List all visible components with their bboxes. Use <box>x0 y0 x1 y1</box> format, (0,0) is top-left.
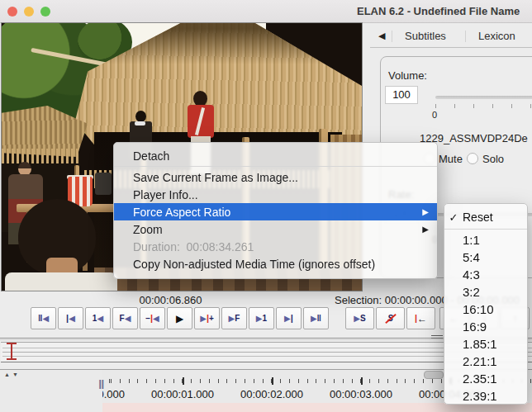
tab-scroll-left-icon[interactable]: ◀ <box>378 31 385 41</box>
second-left-button[interactable]: 1◀ <box>85 307 111 329</box>
menu-separator <box>444 229 527 230</box>
selection-controls: ▶S S |← <box>345 307 435 329</box>
volume-slider[interactable] <box>435 96 532 99</box>
transport-controls: ‖◀ |◀ 1◀ F◀ −|◀ ▶ ▶|+ ▶F ▶1 ▶| ▶‖ <box>31 307 329 329</box>
next-scroll-icon: ▶ <box>284 315 291 323</box>
frame-forward-icon: F <box>235 315 240 323</box>
previous-frame-button[interactable]: F◀ <box>112 307 138 329</box>
volume-value-field[interactable]: 100 <box>385 86 418 104</box>
end-icon: ▶ <box>311 315 317 323</box>
tab-divider <box>392 31 392 42</box>
next-frame-button[interactable]: ▶F <box>221 307 247 329</box>
video-person-dark-head <box>135 111 146 122</box>
pixel-left-button[interactable]: −|◀ <box>140 307 165 329</box>
volume-label: Volume: <box>388 69 427 82</box>
media-time-display: 00:00:06.860 <box>31 294 311 306</box>
volume-slider-ticks <box>435 104 532 108</box>
crosshair-to-selection-button[interactable]: |← <box>406 307 435 329</box>
video-kettle <box>95 173 112 195</box>
maximize-window-button[interactable] <box>40 7 50 17</box>
scrollbar-thumb[interactable] <box>424 371 444 379</box>
play-selection-icon: S <box>360 315 366 323</box>
submenu-item-ratio[interactable]: 1.85:1 <box>444 335 527 353</box>
play-selection-button[interactable]: ▶S <box>345 307 374 329</box>
menu-item-player-info[interactable]: Player Info... <box>114 186 437 203</box>
begin-icon: ◀ <box>42 315 49 323</box>
ruler-major-tick <box>361 377 363 385</box>
solo-radio[interactable] <box>467 153 478 164</box>
submenu-item-ratio[interactable]: 1:1 <box>444 231 527 249</box>
crosshair-begin-icon: ← <box>417 314 427 324</box>
ruler-major-tick <box>183 377 184 385</box>
ruler-major-tick <box>272 377 273 385</box>
tier-sort-arrows-icon[interactable]: ▲▼ <box>4 372 21 377</box>
frame-back-icon: ◀ <box>125 315 131 323</box>
tab-bar-rule <box>370 47 532 48</box>
volume-min-label: 0 <box>432 110 437 120</box>
video-context-menu: Detach Save Current Frame as Image... Pl… <box>113 142 438 279</box>
second-right-icon: ▶ <box>256 315 263 323</box>
ruler-drag-handle[interactable]: ‖ <box>98 377 104 391</box>
aspect-ratio-submenu: ✓Reset 1:1 5:4 4:3 3:2 16:10 16:9 1.85:1… <box>444 203 528 405</box>
clear-selection-button[interactable]: S <box>376 307 405 329</box>
submenu-item-ratio[interactable]: 3:2 <box>444 283 527 301</box>
play-icon: ▶ <box>176 314 183 324</box>
menu-item-zoom[interactable]: Zoom▶ <box>114 220 437 238</box>
video-person-dark-collar <box>135 121 145 125</box>
go-to-begin-button[interactable]: ‖◀ <box>31 307 56 329</box>
menu-item-duration: Duration: 00:08:34.261 <box>114 238 437 255</box>
solo-label[interactable]: Solo <box>482 153 504 165</box>
submenu-item-ratio[interactable]: 4:3 <box>444 266 527 283</box>
second-right-icon: 1 <box>263 315 268 323</box>
pixel-right-icon: + <box>209 315 214 323</box>
ruler-time-label: 00:00:00.000 <box>102 388 125 400</box>
elan-window: { "title_bar": {"title": "ELAN 6.2 - Und… <box>0 0 532 412</box>
ruler-time-label: 00:00:02.000 <box>240 388 303 400</box>
crosshair-cursor <box>7 358 17 360</box>
menu-item-force-aspect-ratio[interactable]: Force Aspect Ratio▶ <box>114 203 437 220</box>
checkmark-icon: ✓ <box>444 211 463 224</box>
mute-label[interactable]: Mute <box>439 153 463 165</box>
submenu-item-ratio[interactable]: 2.39:1 <box>444 387 527 405</box>
video-foreground-person-shirt <box>5 272 117 291</box>
frame-forward-icon: ▶ <box>229 315 235 323</box>
video-roof-fringe <box>2 149 80 163</box>
submenu-arrow-icon: ▶ <box>422 225 429 234</box>
minimize-window-button[interactable] <box>24 7 34 17</box>
second-left-icon: ◀ <box>97 315 103 323</box>
second-right-button[interactable]: ▶1 <box>249 307 274 329</box>
tab-lexicon[interactable]: Lexicon <box>478 30 515 42</box>
submenu-item-ratio[interactable]: 16:10 <box>444 301 527 318</box>
submenu-item-reset[interactable]: ✓Reset <box>444 207 527 227</box>
ruler-time-label: 00:00:01.000 <box>151 388 214 400</box>
menu-item-save-frame[interactable]: Save Current Frame as Image... <box>114 168 437 186</box>
play-selection-icon: ▶ <box>354 315 360 323</box>
pixel-right-icon: ▶ <box>200 315 207 323</box>
go-to-end-button[interactable]: ▶‖ <box>303 307 329 329</box>
next-scrollview-button[interactable]: ▶| <box>276 307 302 329</box>
end-icon: ‖ <box>317 314 321 323</box>
menu-item-detach[interactable]: Detach <box>114 147 437 164</box>
pixel-right-button[interactable]: ▶|+ <box>194 307 220 329</box>
submenu-arrow-icon: ▶ <box>422 207 429 216</box>
crosshair-cursor[interactable] <box>11 343 12 359</box>
previous-scrollview-button[interactable]: |◀ <box>58 307 83 329</box>
submenu-item-ratio[interactable]: 16:9 <box>444 318 527 335</box>
next-scroll-icon: | <box>291 314 293 323</box>
close-window-button[interactable] <box>7 7 17 17</box>
title-bar: ELAN 6.2 - Undefined File Name <box>0 0 532 23</box>
menu-separator <box>114 166 437 167</box>
submenu-item-ratio[interactable]: 5:4 <box>444 249 527 266</box>
submenu-item-ratio[interactable]: 2.35:1 <box>444 370 527 387</box>
prev-scroll-icon: ◀ <box>69 315 75 323</box>
window-title: ELAN 6.2 - Undefined File Name <box>357 5 520 17</box>
play-pause-button[interactable]: ▶ <box>167 307 192 329</box>
menu-item-copy-media-time[interactable]: Copy Non-adjusted Media Time (ignores of… <box>114 255 437 272</box>
tab-subtitles[interactable]: Subtitles <box>405 30 446 42</box>
tab-divider <box>465 31 466 42</box>
ruler-time-label: 00:00:03.000 <box>330 388 392 400</box>
pixel-left-icon: ◀ <box>153 315 159 323</box>
splitter-grip[interactable] <box>431 335 443 336</box>
player-tab-bar: ◀ Subtitles Lexicon <box>370 27 532 45</box>
submenu-item-ratio[interactable]: 2.21:1 <box>444 353 527 370</box>
